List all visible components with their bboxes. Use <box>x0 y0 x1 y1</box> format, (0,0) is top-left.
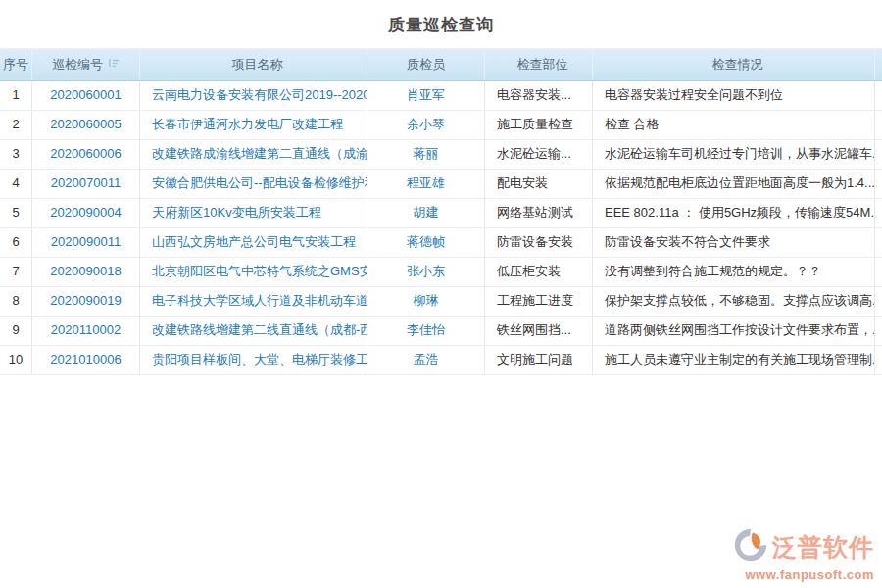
project-name-link[interactable]: 安徽合肥供电公司--配电设备检修维护和 <box>140 170 368 198</box>
project-name-link[interactable]: 山西弘文房地产总公司电气安装工程 <box>140 228 368 257</box>
header-inspector: 质检员 <box>368 49 485 80</box>
inspection-part-cell: 文明施工问题 <box>485 346 593 374</box>
table-body: 1 2020060001 云南电力设备安装有限公司2019--2020 肖亚军 … <box>0 81 882 375</box>
inspection-part-cell: 水泥砼运输... <box>485 140 593 169</box>
inspection-number-link[interactable]: 2020070011 <box>32 170 140 198</box>
inspector-link[interactable]: 蒋丽 <box>368 140 485 169</box>
inspection-part-cell: 低压柜安装 <box>485 258 593 286</box>
fanpu-logo-icon <box>733 527 768 566</box>
table-row[interactable]: 1 2020060001 云南电力设备安装有限公司2019--2020 肖亚军 … <box>0 81 882 111</box>
clipped-cell <box>875 346 882 374</box>
row-seq: 4 <box>0 170 32 198</box>
table-row[interactable]: 9 2020110002 改建铁路线增建第二线直通线（成都-西 李佳怡 铁丝网围… <box>0 317 882 346</box>
clipped-cell <box>875 199 882 227</box>
row-seq: 7 <box>0 258 32 286</box>
table-row[interactable]: 5 2020090004 天府新区10Kv变电所安装工程 胡建 网络基站测试 E… <box>0 199 882 228</box>
inspection-situation-cell: 施工人员未遵守业主制定的有关施工现场管理制... <box>593 346 875 374</box>
row-seq: 5 <box>0 199 32 227</box>
inspection-number-link[interactable]: 2020060006 <box>32 140 140 169</box>
inspection-situation-cell: 依据规范配电柜底边位置距地面高度一般为1.4... <box>593 170 875 198</box>
fanpu-watermark-link[interactable]: 泛普软件 www.fanpusoft.com <box>733 527 874 582</box>
table-row[interactable]: 7 2020090018 北京朝阳区电气中芯特气系统之GMS安 张小东 低压柜安… <box>0 258 882 287</box>
project-name-link[interactable]: 改建铁路线增建第二线直通线（成都-西 <box>140 317 368 345</box>
header-inspection-number-label: 巡检编号 <box>52 57 103 72</box>
row-seq: 1 <box>0 81 32 110</box>
inspection-part-cell: 防雷设备安装 <box>485 228 593 257</box>
inspector-link[interactable]: 胡建 <box>368 199 485 227</box>
inspection-part-cell: 网络基站测试 <box>485 199 593 227</box>
header-clipped-column <box>875 49 882 80</box>
table-row[interactable]: 10 2021010006 贵阳项目样板间、大堂、电梯厅装修工 孟浩 文明施工问… <box>0 346 882 375</box>
inspection-part-cell: 配电安装 <box>485 170 593 198</box>
inspection-number-link[interactable]: 2020090004 <box>32 199 140 227</box>
sort-icon[interactable] <box>108 49 120 79</box>
inspection-number-link[interactable]: 2020090019 <box>32 287 140 316</box>
inspection-situation-cell: 保护架支撑点较低，不够稳固。支撑点应该调高... <box>593 287 875 316</box>
inspection-number-link[interactable]: 2020110002 <box>32 317 140 345</box>
fanpu-url-text: www.fanpusoft.com <box>733 567 874 582</box>
clipped-cell <box>875 258 882 286</box>
inspector-link[interactable]: 程亚雄 <box>368 170 485 198</box>
inspector-link[interactable]: 肖亚军 <box>368 81 485 110</box>
table-row[interactable]: 6 2020090011 山西弘文房地产总公司电气安装工程 蒋德帧 防雷设备安装… <box>0 228 882 258</box>
header-inspection-number[interactable]: 巡检编号 <box>32 49 140 80</box>
inspector-link[interactable]: 张小东 <box>368 258 485 286</box>
inspection-table: 序号 巡检编号 项目名称 质检员 检查部位 检查情况 1 2020060001 … <box>0 48 882 375</box>
fanpu-brand-text: 泛普软件 <box>772 534 874 560</box>
clipped-cell <box>875 317 882 345</box>
clipped-cell <box>875 228 882 257</box>
header-project-name: 项目名称 <box>140 49 368 80</box>
clipped-cell <box>875 81 882 110</box>
project-name-link[interactable]: 改建铁路成渝线增建第二直通线（成渝 <box>140 140 368 169</box>
clipped-cell <box>875 140 882 169</box>
clipped-cell <box>875 170 882 198</box>
inspection-situation-cell: 没有调整到符合施工规范的规定。？？ <box>593 258 875 286</box>
inspector-link[interactable]: 蒋德帧 <box>368 228 485 257</box>
table-row[interactable]: 4 2020070011 安徽合肥供电公司--配电设备检修维护和 程亚雄 配电安… <box>0 170 882 199</box>
inspection-situation-cell: 防雷设备安装不符合文件要求 <box>593 228 875 257</box>
table-row[interactable]: 8 2020090019 电子科技大学区域人行道及非机动车道 柳琳 工程施工进度… <box>0 287 882 317</box>
inspector-link[interactable]: 柳琳 <box>368 287 485 316</box>
inspection-situation-cell: 道路两侧铁丝网围挡工作按设计文件要求布置，... <box>593 317 875 345</box>
inspection-number-link[interactable]: 2020090011 <box>32 228 140 257</box>
inspection-number-link[interactable]: 2020060005 <box>32 111 140 139</box>
table-header-row: 序号 巡检编号 项目名称 质检员 检查部位 检查情况 <box>0 48 882 81</box>
inspection-part-cell: 施工质量检查 <box>485 111 593 139</box>
header-inspection-part: 检查部位 <box>485 49 593 80</box>
row-seq: 9 <box>0 317 32 345</box>
project-name-link[interactable]: 贵阳项目样板间、大堂、电梯厅装修工 <box>140 346 368 374</box>
inspection-part-cell: 铁丝网围挡... <box>485 317 593 345</box>
inspection-number-link[interactable]: 2021010006 <box>32 346 140 374</box>
inspector-link[interactable]: 李佳怡 <box>368 317 485 345</box>
row-seq: 10 <box>0 346 32 374</box>
project-name-link[interactable]: 天府新区10Kv变电所安装工程 <box>140 199 368 227</box>
table-row[interactable]: 3 2020060006 改建铁路成渝线增建第二直通线（成渝 蒋丽 水泥砼运输.… <box>0 140 882 170</box>
header-seq: 序号 <box>0 49 32 80</box>
page-title: 质量巡检查询 <box>0 0 882 48</box>
inspection-situation-cell: 电容器安装过程安全问题不到位 <box>593 81 875 110</box>
clipped-cell <box>875 111 882 139</box>
inspection-situation-cell: 水泥砼运输车司机经过专门培训，从事水泥罐车... <box>593 140 875 169</box>
project-name-link[interactable]: 长春市伊通河水力发电厂改建工程 <box>140 111 368 139</box>
inspector-link[interactable]: 余小琴 <box>368 111 485 139</box>
inspection-situation-cell: 检查 合格 <box>593 111 875 139</box>
inspection-number-link[interactable]: 2020060001 <box>32 81 140 110</box>
project-name-link[interactable]: 云南电力设备安装有限公司2019--2020 <box>140 81 368 110</box>
inspection-situation-cell: EEE 802.11a ： 使用5GHz频段，传输速度54M... <box>593 199 875 227</box>
inspection-part-cell: 电容器安装... <box>485 81 593 110</box>
table-row[interactable]: 2 2020060005 长春市伊通河水力发电厂改建工程 余小琴 施工质量检查 … <box>0 111 882 140</box>
project-name-link[interactable]: 电子科技大学区域人行道及非机动车道 <box>140 287 368 316</box>
clipped-cell <box>875 287 882 316</box>
inspection-part-cell: 工程施工进度 <box>485 287 593 316</box>
header-inspection-situation: 检查情况 <box>593 49 875 80</box>
row-seq: 2 <box>0 111 32 139</box>
row-seq: 3 <box>0 140 32 169</box>
row-seq: 6 <box>0 228 32 257</box>
row-seq: 8 <box>0 287 32 316</box>
inspection-number-link[interactable]: 2020090018 <box>32 258 140 286</box>
inspector-link[interactable]: 孟浩 <box>368 346 485 374</box>
project-name-link[interactable]: 北京朝阳区电气中芯特气系统之GMS安 <box>140 258 368 286</box>
